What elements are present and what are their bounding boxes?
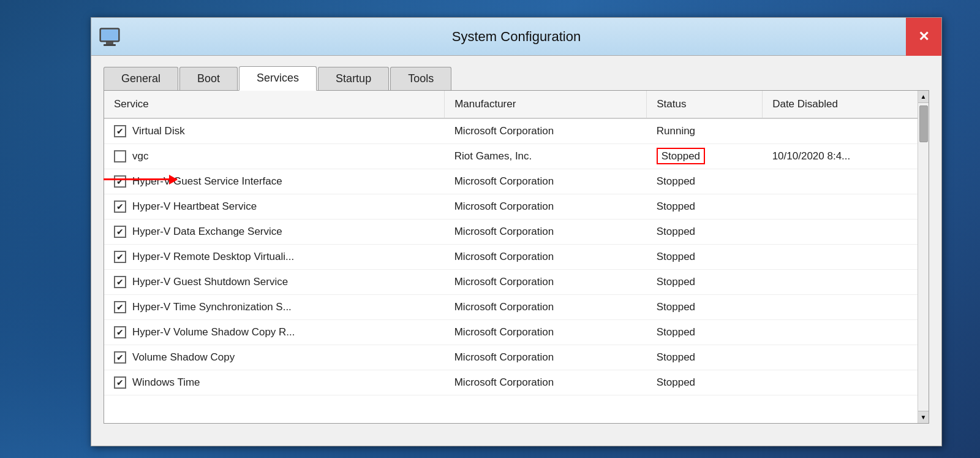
close-button[interactable]: ✕ [906,18,941,56]
manufacturer-cell: Microsoft Corporation [445,370,647,395]
date-disabled-cell [763,194,929,219]
service-checkbox[interactable] [114,301,126,313]
date-disabled-cell [763,270,929,295]
service-cell: Hyper-V Remote Desktop Virtuali... [104,245,445,270]
service-name: Hyper-V Data Exchange Service [132,226,282,238]
table-row: vgcRiot Games, Inc.Stopped10/10/2020 8:4… [104,144,929,169]
table-row: Hyper-V Remote Desktop Virtuali...Micros… [104,245,929,270]
service-checkbox[interactable] [114,226,126,238]
service-name: Hyper-V Remote Desktop Virtuali... [132,251,294,263]
table-row: Hyper-V Data Exchange ServiceMicrosoft C… [104,219,929,245]
table-header-row: Service Manufacturer Status Date Disable… [104,91,929,118]
date-disabled-cell [763,320,929,345]
svg-rect-2 [106,42,113,44]
table-row: Hyper-V Guest Shutdown ServiceMicrosoft … [104,270,929,295]
status-cell: Stopped [647,320,763,345]
service-name: vgc [132,150,148,162]
manufacturer-cell: Microsoft Corporation [445,118,647,144]
table-row: Windows TimeMicrosoft CorporationStopped [104,370,929,395]
service-cell: Windows Time [104,370,445,395]
manufacturer-cell: Microsoft Corporation [445,194,647,219]
date-disabled-cell [763,370,929,395]
service-checkbox[interactable] [114,251,126,263]
scrollbar-thumb[interactable] [919,105,928,142]
scrollbar[interactable]: ▲ ▼ [918,91,929,423]
table-row: Volume Shadow CopyMicrosoft CorporationS… [104,345,929,370]
manufacturer-cell: Microsoft Corporation [445,219,647,245]
title-bar: System Configuration ✕ [91,18,941,56]
service-cell: Volume Shadow Copy [104,345,445,370]
manufacturer-cell: Microsoft Corporation [445,320,647,345]
status-cell: Stopped [647,345,763,370]
service-cell: Hyper-V Volume Shadow Copy R... [104,320,445,345]
window-body: General Boot Services Startup Tools Serv… [91,56,941,446]
status-cell: Stopped [647,295,763,320]
tab-services[interactable]: Services [239,66,317,91]
app-icon [99,26,121,48]
date-disabled-cell [763,295,929,320]
manufacturer-cell: Microsoft Corporation [445,270,647,295]
manufacturer-cell: Microsoft Corporation [445,169,647,194]
status-cell: Stopped [647,245,763,270]
service-checkbox[interactable] [114,276,126,288]
status-cell: Stopped [647,169,763,194]
manufacturer-cell: Microsoft Corporation [445,295,647,320]
scroll-up-button[interactable]: ▲ [918,91,929,103]
service-cell: Hyper-V Time Synchronization S... [104,295,445,320]
table-row: Hyper-V Volume Shadow Copy R...Microsoft… [104,320,929,345]
date-disabled-cell [763,345,929,370]
tab-boot[interactable]: Boot [179,67,238,90]
service-cell: Hyper-V Heartbeat Service [104,194,445,219]
manufacturer-cell: Microsoft Corporation [445,245,647,270]
col-header-date-disabled: Date Disabled [763,91,929,118]
svg-rect-1 [101,29,118,40]
service-cell: Virtual Disk [104,118,445,144]
status-cell: Stopped [647,194,763,219]
services-table: Service Manufacturer Status Date Disable… [104,91,929,395]
status-cell: Running [647,118,763,144]
col-header-service: Service [104,91,445,118]
manufacturer-cell: Riot Games, Inc. [445,144,647,169]
service-name: Volume Shadow Copy [132,351,235,364]
service-name: Hyper-V Heartbeat Service [132,200,257,213]
service-name: Hyper-V Time Synchronization S... [132,301,292,313]
service-cell: Hyper-V Data Exchange Service [104,219,445,245]
service-cell: Hyper-V Guest Shutdown Service [104,270,445,295]
service-name: Windows Time [132,376,200,389]
service-cell: vgc [104,144,445,169]
tab-general[interactable]: General [104,67,178,90]
table-row: Hyper-V Heartbeat ServiceMicrosoft Corpo… [104,194,929,219]
status-cell: Stopped [647,144,763,169]
date-disabled-cell [763,245,929,270]
date-disabled-cell [763,219,929,245]
service-checkbox[interactable] [114,326,126,338]
status-badge: Stopped [657,148,705,164]
date-disabled-cell [763,169,929,194]
date-disabled-cell [763,118,929,144]
svg-rect-3 [104,44,116,46]
manufacturer-cell: Microsoft Corporation [445,345,647,370]
service-name: Hyper-V Guest Service Interface [132,175,282,188]
service-checkbox[interactable] [114,175,126,188]
service-name: Hyper-V Volume Shadow Copy R... [132,326,295,338]
status-cell: Stopped [647,370,763,395]
scroll-down-button[interactable]: ▼ [918,411,929,423]
system-configuration-window: System Configuration ✕ General Boot Serv… [91,17,942,446]
col-header-status: Status [647,91,763,118]
table-row: Virtual DiskMicrosoft CorporationRunning [104,118,929,144]
date-disabled-cell: 10/10/2020 8:4... [763,144,929,169]
service-checkbox[interactable] [114,125,126,137]
table-row: Hyper-V Guest Service InterfaceMicrosoft… [104,169,929,194]
tab-bar: General Boot Services Startup Tools [104,66,929,90]
status-cell: Stopped [647,219,763,245]
services-table-container: Service Manufacturer Status Date Disable… [104,90,929,424]
service-checkbox[interactable] [114,150,126,162]
service-checkbox[interactable] [114,351,126,364]
tab-startup[interactable]: Startup [318,67,389,90]
service-checkbox[interactable] [114,376,126,389]
tab-tools[interactable]: Tools [390,67,451,90]
service-checkbox[interactable] [114,200,126,213]
service-name: Virtual Disk [132,125,185,137]
service-cell: Hyper-V Guest Service Interface [104,169,445,194]
table-row: Hyper-V Time Synchronization S...Microso… [104,295,929,320]
